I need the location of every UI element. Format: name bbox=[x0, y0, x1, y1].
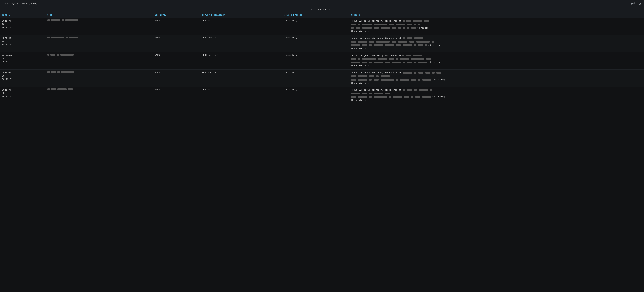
col-header-time[interactable]: Time ∨ bbox=[0, 12, 45, 18]
cell-log-level: WARN bbox=[153, 87, 200, 104]
cell-message: Recursive group hierarchy discovered at … bbox=[349, 69, 644, 87]
cell-time: 2021-04-2008:13:01 bbox=[0, 69, 45, 87]
table-row: 2021-04-2008:13:01 WARN PROD central1 re… bbox=[0, 52, 644, 69]
table-header: Time ∨ host log_level server_description… bbox=[0, 12, 644, 18]
cell-server-description: PROD central1 bbox=[200, 69, 282, 87]
cell-message: Recursive group hierarchy discovered at … bbox=[349, 87, 644, 104]
cell-time: 2021-04-2008:13:01 bbox=[0, 87, 45, 104]
table-row: 2021-04-2008:13:01 WARN PROD central1 re… bbox=[0, 87, 644, 104]
cell-server-description: PROD central1 bbox=[200, 18, 282, 35]
col-header-source-process[interactable]: source_process bbox=[282, 12, 349, 18]
cell-source-process: repository bbox=[282, 52, 349, 69]
table-wrapper: Time ∨ host log_level server_description… bbox=[0, 12, 644, 104]
cell-host bbox=[45, 18, 153, 35]
cell-source-process: repository bbox=[282, 18, 349, 35]
collapse-chevron[interactable]: ▼ bbox=[2, 2, 4, 5]
gear-icon bbox=[630, 2, 633, 5]
cell-time: 2021-04-2008:13:01 bbox=[0, 52, 45, 69]
cell-host bbox=[45, 69, 153, 87]
cell-source-process: repository bbox=[282, 35, 349, 52]
cell-message: Recursive group hierarchy discovered at … bbox=[349, 35, 644, 52]
table-row: 2021-04-2008:13:01 WARN PROD central1 re… bbox=[0, 18, 644, 35]
cell-host bbox=[45, 87, 153, 104]
table-row: 2021-04-2008:13:01 WARN PROD central1 re… bbox=[0, 35, 644, 52]
settings-button[interactable]: ⚙ bbox=[630, 2, 636, 5]
cell-server-description: PROD central1 bbox=[200, 52, 282, 69]
cell-server-description: PROD central1 bbox=[200, 87, 282, 104]
col-header-host[interactable]: host bbox=[45, 12, 153, 18]
cell-log-level: WARN bbox=[153, 69, 200, 87]
panel-title: Warnings & Errors (table) bbox=[5, 2, 628, 5]
cell-source-process: repository bbox=[282, 69, 349, 87]
delete-button[interactable] bbox=[638, 2, 642, 5]
cell-time: 2021-04-2008:13:01 bbox=[0, 35, 45, 52]
panel-header: ▼ Warnings & Errors (table) ⚙ bbox=[0, 0, 644, 7]
sort-icon: ∨ bbox=[9, 14, 10, 16]
cell-host bbox=[45, 35, 153, 52]
cell-message: Recursive group hierarchy discovered at … bbox=[349, 18, 644, 35]
cell-log-level: WARN bbox=[153, 18, 200, 35]
col-header-server-description[interactable]: server_description bbox=[200, 12, 282, 18]
table-title: Warnings & Errors bbox=[0, 7, 644, 12]
cell-host bbox=[45, 52, 153, 69]
cell-server-description: PROD central1 bbox=[200, 35, 282, 52]
cell-time: 2021-04-2008:13:01 bbox=[0, 18, 45, 35]
cell-source-process: repository bbox=[282, 87, 349, 104]
col-header-log-level[interactable]: log_level bbox=[153, 12, 200, 18]
col-header-message[interactable]: message bbox=[349, 12, 644, 18]
table-body: 2021-04-2008:13:01 WARN PROD central1 re… bbox=[0, 18, 644, 104]
cell-log-level: WARN bbox=[153, 35, 200, 52]
cell-message: Recursive group hierarchy discovered at … bbox=[349, 52, 644, 69]
cell-log-level: WARN bbox=[153, 52, 200, 69]
table-row: 2021-04-2008:13:01 WARN PROD central1 re… bbox=[0, 69, 644, 87]
warnings-errors-table: Time ∨ host log_level server_description… bbox=[0, 12, 644, 104]
trash-icon bbox=[638, 2, 641, 5]
